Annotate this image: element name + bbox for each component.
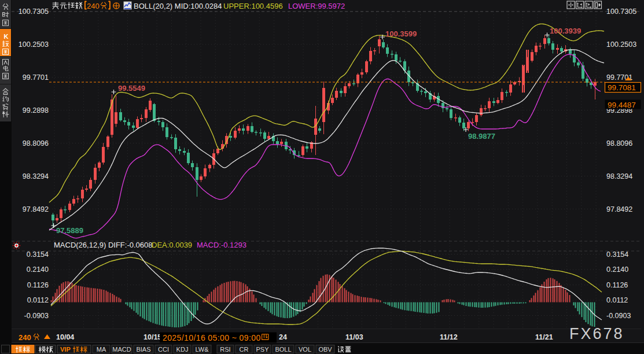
svg-text:11/03: 11/03 bbox=[345, 333, 363, 341]
svg-text:BOLL: BOLL bbox=[275, 346, 291, 353]
svg-text:97.8492: 97.8492 bbox=[606, 205, 632, 213]
svg-text:0.0112: 0.0112 bbox=[27, 296, 49, 304]
svg-text:DEA:0.0039: DEA:0.0039 bbox=[152, 241, 192, 249]
svg-text:99.2898: 99.2898 bbox=[23, 106, 49, 115]
svg-text:MACD: MACD bbox=[112, 346, 131, 353]
svg-text:99.7081: 99.7081 bbox=[608, 83, 636, 92]
svg-text:10/04: 10/04 bbox=[56, 333, 74, 341]
svg-text:10/15: 10/15 bbox=[143, 333, 161, 341]
svg-text:FX678: FX678 bbox=[569, 325, 624, 342]
svg-text:MACD(26,12,9) DIFF:-0.0608: MACD(26,12,9) DIFF:-0.0608 bbox=[54, 241, 153, 249]
svg-text:11/21: 11/21 bbox=[535, 333, 553, 341]
svg-text:0.3154: 0.3154 bbox=[27, 250, 49, 259]
svg-text:0.0112: 0.0112 bbox=[606, 296, 628, 304]
svg-text:CR: CR bbox=[240, 346, 249, 353]
svg-text:VOL: VOL bbox=[299, 346, 311, 353]
svg-text:240: 240 bbox=[87, 2, 100, 10]
svg-text:99.4487: 99.4487 bbox=[608, 101, 636, 109]
svg-text:MACD:-0.1293: MACD:-0.1293 bbox=[197, 241, 246, 249]
svg-text:240: 240 bbox=[19, 333, 31, 342]
svg-text:100.3939: 100.3939 bbox=[550, 27, 581, 35]
svg-text:LOWER:99.5972: LOWER:99.5972 bbox=[288, 2, 345, 10]
svg-text:100.2503: 100.2503 bbox=[19, 40, 49, 49]
svg-text:98.3294: 98.3294 bbox=[23, 172, 49, 180]
svg-text:100.2503: 100.2503 bbox=[606, 40, 636, 49]
svg-text:2025/10/16 05:00 ~ 09:00: 2025/10/16 05:00 ~ 09:00 bbox=[163, 333, 261, 342]
svg-text:100.7305: 100.7305 bbox=[606, 8, 636, 16]
svg-text:MA: MA bbox=[97, 346, 106, 353]
svg-text:0.1126: 0.1126 bbox=[27, 281, 49, 289]
svg-text:0.2140: 0.2140 bbox=[27, 266, 49, 274]
svg-text:97.5889: 97.5889 bbox=[56, 226, 83, 235]
svg-text:BOLL(20,2) MID:100.0284: BOLL(20,2) MID:100.0284 bbox=[134, 2, 222, 10]
svg-text:RSI: RSI bbox=[220, 346, 230, 353]
svg-text:98.9877: 98.9877 bbox=[468, 132, 495, 141]
svg-text:0.2140: 0.2140 bbox=[606, 266, 628, 274]
svg-text:UPPER:100.4596: UPPER:100.4596 bbox=[223, 2, 283, 10]
svg-text:LW&: LW& bbox=[195, 346, 209, 353]
svg-text:24: 24 bbox=[279, 333, 287, 341]
svg-text:KDJ: KDJ bbox=[176, 346, 189, 353]
svg-text:98.3294: 98.3294 bbox=[606, 172, 632, 180]
svg-text:VIP: VIP bbox=[60, 346, 71, 353]
svg-text:OBV: OBV bbox=[318, 346, 332, 353]
svg-text:CCI: CCI bbox=[158, 346, 169, 353]
svg-text:100.3599: 100.3599 bbox=[385, 30, 417, 38]
svg-text:-0.0903: -0.0903 bbox=[606, 312, 631, 320]
svg-text:99.7701: 99.7701 bbox=[23, 73, 49, 82]
svg-text:K: K bbox=[4, 33, 9, 40]
svg-text:0.3154: 0.3154 bbox=[606, 250, 628, 259]
svg-text:-0.0903: -0.0903 bbox=[24, 312, 49, 320]
svg-text:97.8492: 97.8492 bbox=[23, 205, 49, 213]
svg-text:98.8096: 98.8096 bbox=[606, 139, 632, 148]
svg-text:PSY: PSY bbox=[256, 346, 269, 353]
svg-text:0.1126: 0.1126 bbox=[606, 281, 628, 289]
svg-text:98.8096: 98.8096 bbox=[23, 139, 49, 148]
svg-text:BIAS: BIAS bbox=[136, 346, 150, 353]
svg-text:11/12: 11/12 bbox=[440, 333, 458, 341]
svg-text:99.5549: 99.5549 bbox=[118, 84, 145, 93]
svg-text:100.7305: 100.7305 bbox=[19, 8, 49, 16]
